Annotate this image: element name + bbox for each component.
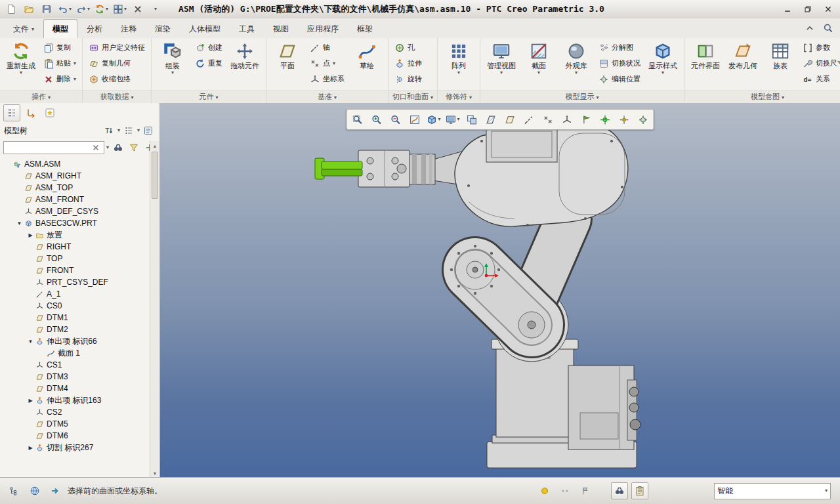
ribbon-group-label[interactable]: 切口和曲面 ▾ <box>388 90 437 103</box>
search-clear-icon[interactable] <box>89 140 103 154</box>
tree-item-20[interactable]: ▶伸出项 标识163 <box>1 394 150 406</box>
point-display-button[interactable] <box>539 111 557 128</box>
scroll-down-icon[interactable]: ▼ <box>150 469 159 478</box>
tree-columns-caret[interactable]: ▾ <box>137 128 140 133</box>
ribbon-button-compint[interactable]: 元件界面 <box>688 40 723 71</box>
ribbon-button-famtable[interactable]: 族表 <box>763 40 798 71</box>
tab-8[interactable]: 应用程序 <box>298 19 348 38</box>
tab-6[interactable]: 工具 <box>230 19 264 38</box>
tab-2[interactable]: 分析 <box>77 19 112 38</box>
ribbon-button-point[interactable]: 点▾ <box>307 56 347 71</box>
folder-browser-button[interactable] <box>22 104 39 121</box>
tree-item-13[interactable]: DTM1 <box>1 312 150 324</box>
tree-item-8[interactable]: TOP <box>1 253 150 264</box>
expand-icon[interactable]: ▶ <box>26 398 35 404</box>
robot-base[interactable] <box>487 339 640 468</box>
tree-item-24[interactable]: ▶切割 标识267 <box>1 442 150 453</box>
tree-filter-caret[interactable]: ▾ <box>117 128 120 133</box>
tree-item-6[interactable]: ▶放置 <box>1 229 150 241</box>
expand-icon[interactable]: ▼ <box>26 339 35 345</box>
ribbon-button-create[interactable]: 创建 <box>192 40 225 55</box>
ribbon-button-delete[interactable]: 删除▾ <box>41 72 79 87</box>
view-manager-button[interactable] <box>463 111 481 128</box>
ribbon-button-shrinkwrap[interactable]: 收缩包络 <box>86 72 148 87</box>
save-button[interactable] <box>38 1 55 17</box>
robot-gripper[interactable] <box>358 150 410 187</box>
new-file-button[interactable] <box>3 1 20 17</box>
ribbon-button-params[interactable]: 参数 <box>800 40 840 55</box>
repaint-button[interactable] <box>406 111 424 128</box>
tree-item-14[interactable]: DTM2 <box>1 324 150 335</box>
tree-columns-button[interactable] <box>121 123 136 138</box>
ribbon-button-section[interactable]: 截面▾ <box>521 40 556 77</box>
model-check-indicator[interactable] <box>536 482 553 499</box>
tree-item-4[interactable]: ASM_DEF_CSYS <box>1 205 150 217</box>
ribbon-group-label[interactable]: 元件 ▾ <box>152 90 266 103</box>
selection-filter-dropdown[interactable]: 智能 ▾ <box>714 483 831 499</box>
ribbon-button-switchdim[interactable]: 切换尺寸 <box>800 56 840 71</box>
ribbon-button-repeat[interactable]: 重复 <box>192 56 225 71</box>
expand-icon[interactable]: ▶ <box>26 445 35 451</box>
zoom-in-button[interactable] <box>368 111 386 128</box>
ribbon-button-csys[interactable]: 坐标系 <box>307 72 347 87</box>
3d-dragger-button[interactable] <box>615 111 633 128</box>
ribbon-button-views[interactable]: 管理视图▾ <box>484 40 519 77</box>
selection-buffer-button[interactable] <box>631 482 648 499</box>
tab-5[interactable]: 人体模型 <box>180 19 230 38</box>
ribbon-button-copygeom[interactable]: 复制几何 <box>86 56 148 71</box>
browser-toggle-button[interactable] <box>26 482 43 499</box>
tree-item-5[interactable]: ▼BASEC3CW.PRT <box>1 217 150 229</box>
ribbon-button-drag[interactable]: 拖动元件 <box>227 40 262 71</box>
saved-orientations-button[interactable]: ▾ <box>444 111 462 128</box>
tab-3[interactable]: 注释 <box>112 19 146 38</box>
display-style-button[interactable]: ▾ <box>425 111 443 128</box>
axis-display-button[interactable] <box>520 111 538 128</box>
tab-file[interactable]: 文件 ▾ <box>4 19 43 38</box>
zoom-out-button[interactable] <box>387 111 405 128</box>
ribbon-button-pattern[interactable]: 阵列▾ <box>441 40 476 77</box>
open-button[interactable] <box>20 1 37 17</box>
tree-item-12[interactable]: CS0 <box>1 300 150 312</box>
tree-item-2[interactable]: ASM_TOP <box>1 182 150 194</box>
command-search-button[interactable] <box>820 21 836 35</box>
ribbon-button-copy[interactable]: 复制 <box>41 40 79 55</box>
expand-icon[interactable]: ▼ <box>15 220 24 226</box>
tree-item-17[interactable]: CS1 <box>1 359 150 371</box>
tree-item-7[interactable]: RIGHT <box>1 241 150 253</box>
robot-upper-arm[interactable] <box>455 120 628 226</box>
ribbon-group-label[interactable]: 修饰符 ▾ <box>438 90 480 103</box>
tree-item-15[interactable]: ▼伸出项 标识66 <box>1 335 150 347</box>
ribbon-button-paste[interactable]: 粘贴▾ <box>41 56 79 71</box>
ribbon-button-togglestate[interactable]: 切换状况 <box>596 56 643 71</box>
ribbon-button-editpos[interactable]: 编辑位置 <box>596 72 643 87</box>
find-button[interactable] <box>611 482 628 499</box>
ribbon-button-explode[interactable]: 分解图 <box>596 40 643 55</box>
tree-settings-button[interactable] <box>141 123 156 138</box>
tree-item-1[interactable]: ASM_RIGHT <box>1 170 150 182</box>
close-button[interactable] <box>818 1 837 17</box>
tab-7[interactable]: 视图 <box>264 19 298 38</box>
plane-display-button[interactable] <box>501 111 519 128</box>
close-window-button[interactable] <box>129 1 146 17</box>
tree-item-19[interactable]: DTM4 <box>1 383 150 394</box>
ribbon-button-plane[interactable]: 平面 <box>270 40 305 71</box>
annotation-display-button[interactable] <box>577 111 595 128</box>
tab-1[interactable]: 模型 <box>43 19 77 38</box>
tree-item-9[interactable]: FRONT <box>1 264 150 276</box>
ribbon-button-sketch[interactable]: 草绘 <box>349 40 385 71</box>
graphics-area[interactable]: ▾▾ <box>160 103 840 478</box>
undo-button[interactable]: ▾ <box>56 1 74 17</box>
tree-item-11[interactable]: A_1 <box>1 288 150 300</box>
robot-lower-arm[interactable] <box>450 219 568 362</box>
ribbon-button-revolve[interactable]: 旋转 <box>392 72 425 87</box>
ribbon-group-label[interactable]: 基准 ▾ <box>266 90 388 103</box>
ribbon-button-axis[interactable]: 轴 <box>307 40 347 55</box>
ribbon-group-label[interactable]: 操作 ▾ <box>0 90 82 103</box>
search-options-caret[interactable]: ▾ <box>106 145 109 150</box>
tree-item-23[interactable]: DTM6 <box>1 430 150 442</box>
collapse-ribbon-button[interactable] <box>802 21 818 35</box>
redo-button[interactable]: ▾ <box>74 1 92 17</box>
regenerate-quick-button[interactable]: ▾ <box>93 1 110 17</box>
refit-button[interactable] <box>348 111 367 128</box>
ribbon-group-label[interactable]: 获取数据 ▾ <box>83 90 151 103</box>
